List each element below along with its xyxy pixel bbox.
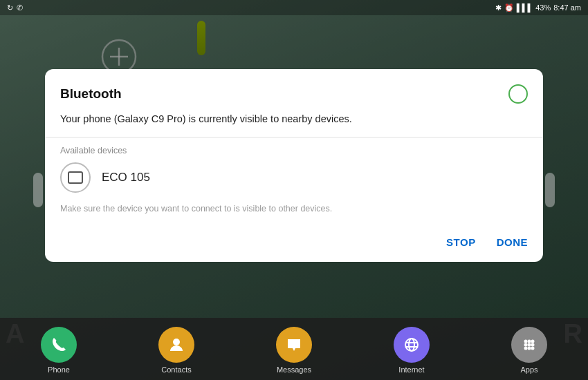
contacts-nav-icon-bg [158, 327, 194, 363]
svg-point-14 [524, 347, 528, 350]
nav-messages[interactable]: Messages [276, 327, 312, 374]
divider [45, 137, 543, 137]
bottom-nav: Phone Contacts Messages [0, 318, 588, 380]
contacts-nav-label: Contacts [161, 365, 191, 374]
internet-nav-icon-bg [394, 327, 430, 363]
phone-nav-icon [50, 336, 68, 354]
svg-point-5 [409, 339, 414, 351]
apps-nav-icon-bg [511, 327, 547, 363]
svg-point-3 [173, 339, 180, 345]
internet-nav-label: Internet [398, 365, 424, 374]
dialog-actions: STOP DONE [60, 229, 528, 251]
done-button[interactable]: DONE [497, 234, 528, 251]
internet-nav-icon [403, 336, 421, 354]
left-scroll-handle [33, 173, 43, 207]
dialog-header: Bluetooth [60, 84, 528, 104]
svg-point-12 [528, 343, 531, 347]
messages-nav-icon-bg [276, 327, 312, 363]
svg-point-15 [528, 347, 531, 350]
status-right-icons: ✱ ⏰ ▌▌▌ 43% 8:47 am [495, 3, 581, 12]
nav-contacts[interactable]: Contacts [158, 327, 194, 374]
signal-icon: ▌▌▌ [517, 3, 533, 12]
bluetooth-indicator [508, 84, 528, 104]
phone-icon: ✆ [17, 3, 23, 12]
stop-button[interactable]: STOP [446, 234, 476, 251]
clock: 8:47 am [553, 3, 581, 12]
svg-point-11 [524, 343, 528, 347]
device-item[interactable]: ECO 105 [60, 162, 528, 193]
messages-nav-label: Messages [277, 365, 311, 374]
svg-point-4 [405, 339, 418, 351]
device-hint: Make sure the device you want to connect… [60, 202, 528, 216]
contacts-nav-icon [167, 336, 185, 354]
right-scroll-handle [545, 173, 555, 207]
phone-nav-icon-bg [41, 327, 77, 363]
device-icon-inner [68, 171, 83, 184]
status-bar: ↻ ✆ ✱ ⏰ ▌▌▌ 43% 8:47 am [0, 0, 588, 15]
svg-point-13 [531, 343, 535, 347]
nav-apps[interactable]: Apps [511, 327, 547, 374]
svg-point-10 [531, 340, 535, 343]
bluetooth-icon: ✱ [495, 3, 502, 12]
phone-nav-label: Phone [48, 365, 70, 374]
available-label: Available devices [60, 146, 528, 155]
svg-point-9 [528, 340, 531, 343]
svg-point-16 [531, 347, 535, 350]
apps-nav-label: Apps [520, 365, 538, 374]
nav-phone[interactable]: Phone [41, 327, 77, 374]
dialog-title: Bluetooth [60, 86, 122, 102]
svg-point-8 [524, 340, 528, 343]
battery-level: 43% [535, 3, 551, 12]
alarm-icon: ⏰ [504, 3, 514, 12]
nav-internet[interactable]: Internet [394, 327, 430, 374]
rotate-icon: ↻ [7, 3, 13, 12]
device-icon [60, 162, 91, 193]
device-name: ECO 105 [102, 171, 150, 184]
messages-nav-icon [285, 336, 303, 354]
status-left-icons: ↻ ✆ [7, 3, 23, 12]
bluetooth-dialog: Bluetooth Your phone (Galaxy C9 Pro) is … [45, 69, 543, 262]
apps-nav-icon [520, 336, 538, 354]
dialog-subtitle: Your phone (Galaxy C9 Pro) is currently … [60, 112, 528, 126]
